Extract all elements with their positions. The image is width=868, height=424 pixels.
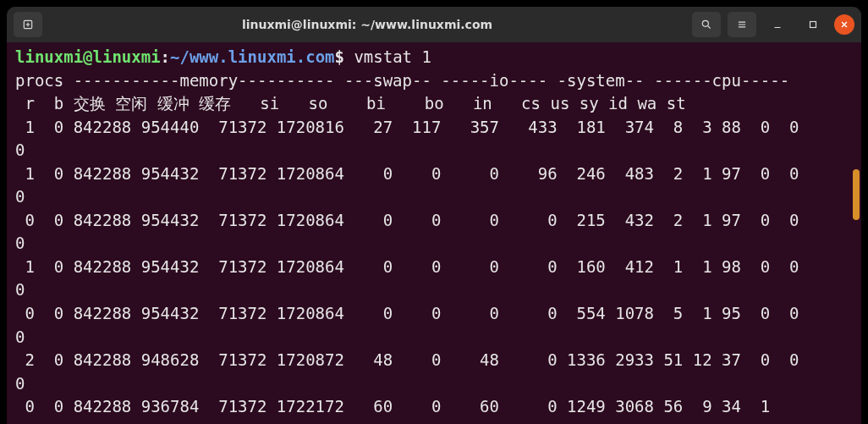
titlebar: linuxmi@linuxmi: ~/www.linuxmi.com [7,7,861,42]
prompt-user-host: linuxmi@linuxmi [15,47,161,66]
new-tab-button[interactable] [14,12,42,37]
shell-prompt: linuxmi@linuxmi:~/www.linuxmi.com$ [15,47,344,66]
close-button[interactable] [834,14,854,35]
terminal-content[interactable]: linuxmi@linuxmi:~/www.linuxmi.com$ vmsta… [7,42,861,424]
prompt-path: ~/www.linuxmi.com [170,47,334,66]
svg-rect-9 [810,22,816,28]
minimize-button[interactable] [763,12,792,37]
scrollbar-thumb[interactable] [853,169,860,220]
maximize-button[interactable] [799,12,827,37]
terminal-window: linuxmi@linuxmi: ~/www.linuxmi.com linux… [7,7,861,424]
vmstat-header-groups: procs -----------memory---------- ---swa… [15,71,789,90]
vmstat-rows: 1 0 842288 954440 71372 1720816 27 117 3… [15,118,799,416]
command-text: vmstat 1 [354,47,431,66]
window-title: linuxmi@linuxmi: ~/www.linuxmi.com [42,18,692,31]
search-button[interactable] [692,12,721,37]
vmstat-header-cols: r b 交换 空闲 缓冲 缓存 si so bi bo in cs us sy … [15,94,686,113]
svg-line-4 [708,26,711,29]
menu-button[interactable] [728,12,756,37]
svg-point-3 [702,20,708,26]
